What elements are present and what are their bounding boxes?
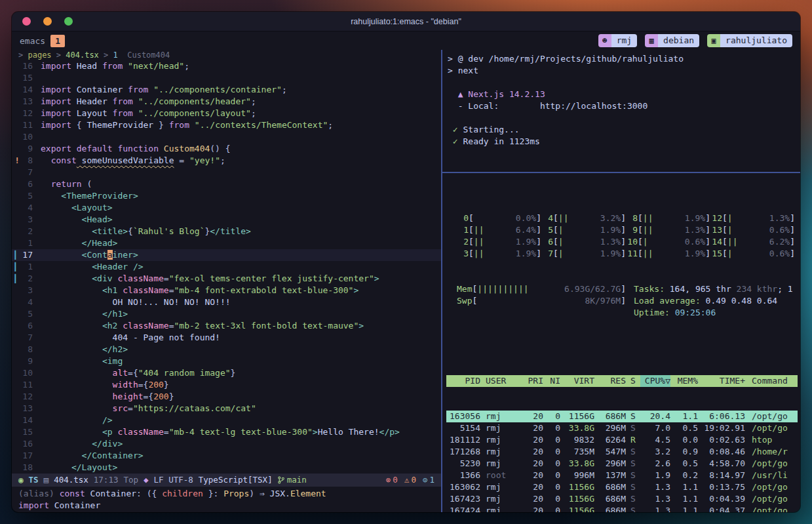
token: Head bbox=[71, 61, 102, 71]
column-header-time[interactable]: TIME+ bbox=[698, 375, 745, 387]
column-header-mem[interactable]: MEM% bbox=[670, 375, 698, 387]
token: className bbox=[117, 427, 163, 437]
code-line[interactable]: 16import Head from "next/head"; bbox=[12, 60, 441, 72]
code-line[interactable]: 16 </div> bbox=[12, 438, 441, 450]
process-row[interactable]: 5230rmj20033.8G296MS2.60.54:58.70/opt/go bbox=[446, 458, 798, 470]
code-line[interactable]: 11import { ThemeProvider } from "../cont… bbox=[12, 119, 441, 131]
token bbox=[41, 155, 51, 165]
process-row[interactable]: 1366root200996M137MS1.90.28:14.97/usr/li bbox=[446, 470, 798, 481]
process-row[interactable]: 163062rmj2001156G686MS1.31.10:13.75/opt/… bbox=[446, 481, 798, 493]
column-header-cmd[interactable]: Command bbox=[745, 375, 798, 387]
cpu-id: 14 bbox=[710, 236, 722, 248]
cell-mem: 0.9 bbox=[670, 446, 698, 458]
column-header-pri[interactable]: PRI bbox=[521, 375, 543, 387]
cpu-meter-7: 7[|1.9%] bbox=[541, 248, 626, 260]
token: import bbox=[41, 61, 71, 71]
process-row[interactable]: 167424rmj2001156G686MS1.31.10:04.37/opt/… bbox=[446, 505, 798, 512]
process-row[interactable]: 167423rmj2001156G686MS1.31.10:04.39/opt/… bbox=[446, 493, 798, 505]
code-line[interactable]: 11 width={200} bbox=[12, 379, 441, 391]
cpu-percent: 3.2% bbox=[600, 212, 621, 224]
code-line[interactable]: 8 </h2> bbox=[12, 344, 441, 355]
code-line[interactable]: 10 bbox=[12, 131, 441, 143]
token: > bbox=[18, 50, 28, 60]
code-line[interactable]: 13 src="https://cataas.com/cat" bbox=[12, 403, 441, 414]
code-line[interactable]: 3 <Head> bbox=[12, 214, 441, 226]
token: } bbox=[169, 392, 174, 401]
badge-label: rahuljuliato bbox=[720, 34, 792, 47]
process-row[interactable]: 163056rmj2001156G686MS20.41.16:06.13/opt… bbox=[446, 411, 798, 422]
column-header-cpu[interactable]: CPU%▽ bbox=[640, 375, 670, 387]
code-line[interactable]: 14 /> bbox=[12, 414, 441, 426]
code-line[interactable]: 1 </Head> bbox=[12, 237, 441, 249]
code-line[interactable]: 4 <Layout> bbox=[12, 202, 441, 214]
code-line[interactable]: 6 return ( bbox=[12, 178, 441, 190]
code-line[interactable]: 9export default function Custom404() { bbox=[12, 143, 441, 155]
code-line[interactable]: 2 <title>{`Rahul's Blog`}</title> bbox=[12, 226, 441, 237]
code-line[interactable]: 5 </h1> bbox=[12, 308, 441, 320]
text: [ bbox=[722, 236, 727, 248]
minimize-button[interactable] bbox=[43, 17, 52, 26]
token: Custom404 bbox=[159, 144, 210, 153]
process-row[interactable]: 171268rmj200735M547MS3.20.90:08.46/home/… bbox=[446, 446, 798, 458]
code-line[interactable]: 12import Layout from "../components/layo… bbox=[12, 108, 441, 119]
code-line[interactable]: 7 bbox=[12, 167, 441, 178]
column-header-virt[interactable]: VIRT bbox=[560, 375, 594, 387]
code-line[interactable]: !8 const someUnusedVariable = "yey!"; bbox=[12, 155, 441, 167]
terminal-line bbox=[448, 112, 795, 124]
token: OH NO!... NO! NO! NO!!! bbox=[41, 297, 231, 307]
token: 404.tsx bbox=[66, 50, 99, 60]
token: > bbox=[313, 427, 318, 437]
process-row[interactable]: 5154rmj20033.8G296MS7.00.519:02.91/opt/g… bbox=[446, 422, 798, 434]
code-line[interactable]: 17 </Container> bbox=[12, 450, 441, 462]
text: [ bbox=[722, 224, 727, 236]
code-line[interactable]: 12 height={200} bbox=[12, 391, 441, 403]
tmux-window-index[interactable]: 1 bbox=[50, 35, 65, 47]
process-row[interactable]: 181112rmj20098326264R4.50.00:02.63htop bbox=[446, 434, 798, 446]
column-header-s[interactable]: S bbox=[626, 375, 640, 387]
code-line[interactable]: 3 <h1 className="mb-4 font-extrabold tex… bbox=[12, 285, 441, 296]
cell-pri: 20 bbox=[521, 481, 543, 493]
code-line[interactable]: 13import Header from "../components/head… bbox=[12, 96, 441, 108]
column-header-res[interactable]: RES bbox=[594, 375, 626, 387]
column-header-user[interactable]: USER bbox=[480, 375, 521, 387]
cell-cpu: 1.3 bbox=[640, 481, 670, 493]
code-line[interactable]: ▎17 <Container> bbox=[12, 249, 441, 261]
column-header-ni[interactable]: NI bbox=[543, 375, 560, 387]
token: from bbox=[113, 96, 133, 106]
code-text: <h1 className="mb-4 font-extrabold text-… bbox=[41, 285, 358, 296]
terminal-line: ▲ Next.js 14.2.13 bbox=[448, 89, 795, 100]
git-branch-icon bbox=[278, 476, 284, 484]
close-button[interactable] bbox=[22, 17, 31, 26]
code-line[interactable]: 15 bbox=[12, 72, 441, 84]
token: ; bbox=[282, 85, 287, 94]
cell-pid: 163062 bbox=[446, 481, 480, 493]
code-line[interactable]: 18 </Layout> bbox=[12, 462, 441, 474]
fringe bbox=[12, 60, 22, 72]
code-line[interactable]: 15 <p className="mb-4 text-lg text-blue-… bbox=[12, 426, 441, 438]
htop-meters: 0[0.0%]4[||3.2%]8[||1.9%]12[|1.3%]1[||6.… bbox=[446, 189, 798, 342]
code-area[interactable]: 16import Head from "next/head"; 15 14imp… bbox=[12, 60, 441, 474]
code-line[interactable]: 6 <h2 className="mb-2 text-3xl font-bold… bbox=[12, 320, 441, 332]
token: <Header /> bbox=[41, 262, 144, 272]
code-line[interactable]: ▎2 <div className="fex-ol tems-center fl… bbox=[12, 273, 441, 285]
column-header-pid[interactable]: PID bbox=[446, 375, 480, 387]
tmux-session-name[interactable]: emacs bbox=[20, 36, 45, 46]
code-line[interactable]: 9 <img bbox=[12, 355, 441, 367]
code-text: </div> bbox=[41, 438, 123, 450]
cell-res: 547M bbox=[594, 446, 626, 458]
maximize-button[interactable] bbox=[64, 17, 73, 26]
line-number: 2 bbox=[22, 226, 41, 237]
code-line[interactable]: 4 OH NO!... NO! NO! NO!!! bbox=[12, 296, 441, 308]
line-number: 14 bbox=[22, 414, 41, 426]
code-line[interactable]: 14import Container from "../components/c… bbox=[12, 84, 441, 96]
code-line[interactable]: 5 <ThemeProvider> bbox=[12, 190, 441, 202]
cpu-meter-row: 2[||1.9%]6[|1.3%]10[|0.6%]14[||6.2%] bbox=[457, 236, 795, 248]
code-line[interactable]: 7 404 - Page not found! bbox=[12, 332, 441, 344]
code-line[interactable]: ▎1 <Header /> bbox=[12, 261, 441, 273]
fringe bbox=[12, 119, 22, 131]
line-number: 14 bbox=[22, 84, 41, 96]
token: const bbox=[60, 489, 85, 498]
cpu-id: 15 bbox=[710, 248, 722, 260]
window-title: rahuljuliato:1:emacs - "debian" bbox=[12, 17, 800, 26]
code-line[interactable]: 10 alt={"404 random image"} bbox=[12, 367, 441, 379]
